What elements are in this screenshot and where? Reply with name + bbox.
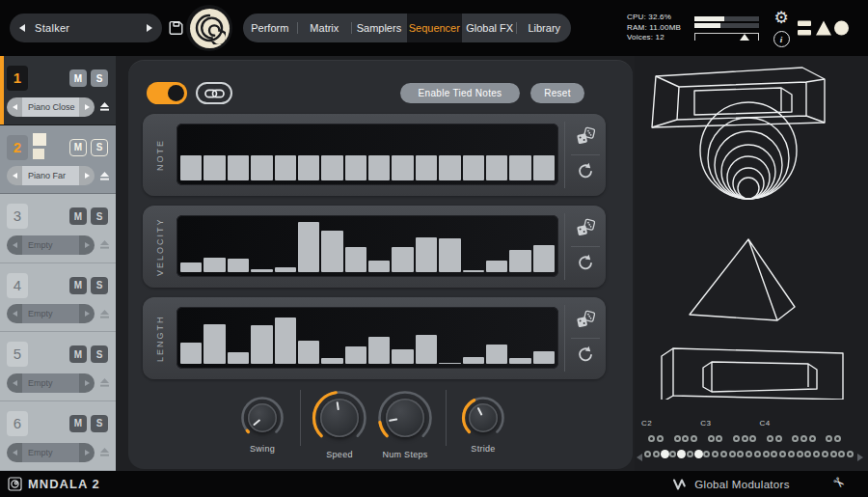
solo-button[interactable]: S <box>91 69 108 87</box>
step-bar[interactable] <box>321 358 342 364</box>
white-key-dot[interactable] <box>830 451 837 457</box>
step-bar[interactable] <box>392 349 413 364</box>
prev-preset-arrow-icon[interactable] <box>7 443 22 462</box>
black-key-dot[interactable] <box>674 435 681 442</box>
step-bar[interactable] <box>203 324 225 364</box>
white-key-dot[interactable] <box>694 450 703 458</box>
step-bar[interactable] <box>275 267 296 272</box>
white-key-dot[interactable] <box>653 451 660 457</box>
gear-icon[interactable]: ⚙ <box>773 9 788 28</box>
link-button[interactable] <box>196 82 232 104</box>
step-bar[interactable] <box>533 245 555 272</box>
step-bar[interactable] <box>203 258 225 272</box>
white-key-dot[interactable] <box>746 451 752 457</box>
mute-button[interactable]: M <box>69 415 87 432</box>
scissors-icon[interactable]: ✂ <box>829 473 849 492</box>
black-key-dot[interactable] <box>716 435 722 442</box>
eject-icon[interactable] <box>99 171 110 181</box>
white-key-dot[interactable] <box>847 451 854 457</box>
preset-selector[interactable]: Empty <box>7 235 95 255</box>
white-key-dot[interactable] <box>797 451 803 457</box>
white-key-dot[interactable] <box>703 451 710 457</box>
next-preset-arrow-icon[interactable] <box>79 443 95 462</box>
step-bar[interactable] <box>345 155 366 180</box>
step-bar[interactable] <box>439 363 460 364</box>
step-bar[interactable] <box>463 357 484 364</box>
preset-selector[interactable]: Empty <box>7 373 95 393</box>
step-bar[interactable] <box>368 337 390 365</box>
prev-preset-arrow-icon[interactable] <box>7 373 22 393</box>
enable-tied-notes-button[interactable]: Enable Tied Notes <box>400 83 520 103</box>
step-bar[interactable] <box>180 343 202 364</box>
step-bar[interactable] <box>486 155 507 180</box>
step-bar[interactable] <box>251 325 272 364</box>
white-key-dot[interactable] <box>771 451 777 457</box>
step-bar[interactable] <box>463 155 484 180</box>
white-key-dot[interactable] <box>677 450 686 458</box>
prev-preset-arrow-icon[interactable] <box>7 235 22 255</box>
mute-button[interactable]: M <box>69 139 87 156</box>
step-bar[interactable] <box>180 155 202 180</box>
black-key-dot[interactable] <box>775 435 782 442</box>
step-bar[interactable] <box>228 259 249 272</box>
white-key-dot[interactable] <box>729 451 736 457</box>
step-bar[interactable] <box>298 341 319 364</box>
knob-speed[interactable]: Speed <box>312 390 367 446</box>
white-key-dot[interactable] <box>687 451 693 457</box>
prev-preset-arrow-icon[interactable] <box>7 304 22 323</box>
white-key-dot[interactable] <box>720 451 727 457</box>
knob-cap[interactable] <box>320 399 359 437</box>
black-key-dot[interactable] <box>834 435 841 442</box>
black-key-dot[interactable] <box>733 435 740 442</box>
slider-thumb-icon[interactable] <box>740 34 749 41</box>
white-key-dot[interactable] <box>822 451 828 457</box>
step-bar[interactable] <box>298 155 319 180</box>
footer-modulators[interactable]: Global Modulators <box>635 471 827 497</box>
next-preset-arrow-icon[interactable] <box>79 166 95 185</box>
white-key-dot[interactable] <box>669 451 676 457</box>
knob-cap[interactable] <box>469 403 498 432</box>
solo-button[interactable]: S <box>91 415 108 432</box>
tab-sequencer[interactable]: Sequencer <box>407 14 462 42</box>
white-key-dot[interactable] <box>661 450 669 458</box>
sequencer-power-toggle[interactable] <box>147 82 187 104</box>
tab-perform[interactable]: Perform <box>243 14 297 42</box>
white-key-dot[interactable] <box>737 451 744 457</box>
tab-matrix[interactable]: Matrix <box>298 14 352 42</box>
sampler-slot-3[interactable]: 3MSEmpty <box>0 194 116 263</box>
eject-icon[interactable] <box>99 447 110 457</box>
step-bar[interactable] <box>486 345 507 364</box>
knob-swing[interactable]: Swing <box>240 396 285 440</box>
randomize-button[interactable] <box>565 305 606 338</box>
step-bar[interactable] <box>251 269 272 272</box>
step-bar[interactable] <box>416 155 437 180</box>
randomize-button[interactable] <box>565 122 606 154</box>
solo-button[interactable]: S <box>91 207 108 225</box>
prev-preset-arrow-icon[interactable] <box>7 166 22 185</box>
step-bar[interactable] <box>321 155 342 180</box>
step-display[interactable] <box>176 124 558 185</box>
next-preset-arrow-icon[interactable] <box>79 373 95 393</box>
next-preset-arrow-icon[interactable] <box>79 97 95 117</box>
keyboard-right-arrow-icon[interactable] <box>857 448 863 465</box>
preset-selector[interactable]: Piano Close <box>7 97 95 117</box>
sampler-slot-6[interactable]: 6MSEmpty <box>0 401 116 471</box>
step-bar[interactable] <box>345 346 366 364</box>
white-key-dot[interactable] <box>804 451 811 457</box>
step-bar[interactable] <box>392 155 413 180</box>
step-bar[interactable] <box>392 247 413 272</box>
step-bar[interactable] <box>439 238 460 272</box>
next-preset-arrow-icon[interactable] <box>79 235 95 255</box>
mute-button[interactable]: M <box>69 207 87 225</box>
step-bar[interactable] <box>416 237 437 272</box>
randomize-button[interactable] <box>565 213 606 246</box>
step-bar[interactable] <box>345 247 366 272</box>
step-bar[interactable] <box>439 155 460 180</box>
step-bar[interactable] <box>533 351 555 364</box>
prev-preset-arrow-icon[interactable] <box>7 97 22 117</box>
black-key-dot[interactable] <box>749 435 756 442</box>
step-bar[interactable] <box>509 155 530 180</box>
knob-cap[interactable] <box>248 403 277 432</box>
preset-selector[interactable]: Empty <box>7 443 95 462</box>
step-bar[interactable] <box>275 318 296 364</box>
